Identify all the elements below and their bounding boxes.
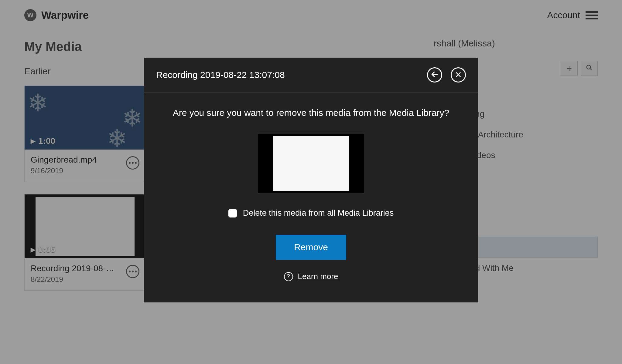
learn-more-link[interactable]: Learn more (298, 272, 338, 281)
modal-media-preview (258, 133, 364, 194)
delete-all-checkbox-row: Delete this media from all Media Librari… (228, 208, 394, 218)
modal-header: Recording 2019-08-22 13:07:08 (144, 58, 478, 93)
arrow-left-icon (431, 70, 439, 80)
modal-confirm-text: Are you sure you want to remove this med… (173, 108, 449, 118)
modal-back-button[interactable] (427, 67, 442, 83)
close-icon (455, 70, 462, 79)
learn-more-row: ? Learn more (284, 272, 338, 281)
remove-media-modal: Recording 2019-08-22 13:07:08 Are you su… (144, 58, 478, 302)
remove-button[interactable]: Remove (276, 235, 346, 260)
help-icon: ? (284, 272, 293, 281)
delete-all-checkbox-label: Delete this media from all Media Librari… (243, 208, 394, 218)
modal-body: Are you sure you want to remove this med… (144, 93, 478, 302)
modal-title: Recording 2019-08-22 13:07:08 (156, 70, 285, 80)
modal-close-button[interactable] (451, 67, 466, 83)
delete-all-checkbox[interactable] (228, 209, 237, 217)
